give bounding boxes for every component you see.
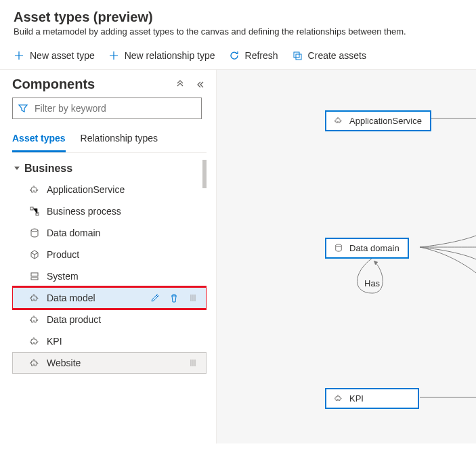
list-item-label: Data domain	[47, 228, 100, 238]
tab-asset-types[interactable]: Asset types	[12, 129, 66, 152]
svg-point-4	[31, 229, 38, 232]
layers-icon	[29, 271, 40, 282]
chevron-down-icon	[14, 165, 20, 172]
puzzle-icon	[29, 358, 40, 368]
canvas-node-data-domain[interactable]: Data domain	[325, 238, 409, 259]
filter-input[interactable]	[12, 98, 202, 119]
list-item-label: Data model	[47, 292, 95, 303]
new-asset-type-label: New asset type	[30, 50, 95, 61]
canvas-node-label: KPI	[349, 393, 364, 404]
svg-rect-5	[31, 273, 38, 276]
group-label: Business	[24, 162, 72, 175]
puzzle-icon	[29, 292, 40, 303]
plus-icon	[108, 50, 119, 61]
create-assets-button[interactable]: Create assets	[292, 49, 366, 62]
copy-icon	[292, 50, 303, 61]
scrollbar[interactable]	[202, 160, 207, 438]
puzzle-icon	[334, 116, 344, 126]
list-item-label: KPI	[47, 336, 62, 347]
cube-icon	[29, 249, 40, 260]
new-relationship-type-button[interactable]: New relationship type	[108, 49, 215, 62]
group-business[interactable]: Business	[12, 160, 207, 179]
list-item-label: Website	[47, 358, 81, 368]
refresh-icon	[229, 50, 240, 61]
refresh-label: Refresh	[245, 50, 278, 61]
svg-rect-2	[30, 207, 33, 210]
filter-field[interactable]	[33, 102, 196, 114]
puzzle-icon	[29, 314, 40, 325]
svg-point-7	[336, 244, 342, 246]
list-item-label: Product	[47, 249, 79, 260]
list-item-label: System	[47, 271, 79, 282]
puzzle-icon	[29, 336, 40, 347]
canvas-node-label: ApplicationService	[349, 116, 422, 126]
tab-relationship-types[interactable]: Relationship types	[81, 129, 158, 152]
plus-icon	[14, 50, 24, 61]
canvas-node-label: Data domain	[349, 243, 399, 253]
metamodel-canvas[interactable]: ApplicationService Data domain Has KPI	[217, 70, 476, 443]
new-relationship-type-label: New relationship type	[125, 50, 215, 61]
svg-rect-0	[294, 52, 299, 58]
database-icon	[334, 244, 344, 253]
canvas-node-applicationservice[interactable]: ApplicationService	[325, 110, 431, 131]
collapse-left-icon[interactable]	[197, 80, 207, 89]
list-item-data-product[interactable]: Data product	[12, 309, 207, 330]
flow-icon	[29, 206, 40, 217]
edit-icon[interactable]	[150, 293, 160, 303]
page-subtitle: Build a metamodel by adding asset types …	[14, 26, 462, 37]
page-title: Asset types (preview)	[14, 9, 462, 25]
filter-icon	[18, 104, 28, 113]
sidebar-tabs: Asset types Relationship types	[12, 129, 207, 153]
svg-rect-1	[296, 54, 301, 60]
list-item-applicationservice[interactable]: ApplicationService	[12, 179, 207, 200]
drag-handle-icon[interactable]	[188, 293, 198, 303]
list-item-data-domain[interactable]: Data domain	[12, 222, 207, 244]
collapse-up-icon[interactable]	[175, 80, 185, 89]
components-heading: Components	[12, 77, 95, 92]
list-item-label: Data product	[47, 314, 101, 325]
svg-rect-6	[31, 278, 38, 280]
command-bar: New asset type New relationship type Ref…	[0, 43, 476, 70]
asset-type-tree: Business ApplicationService Business pro…	[12, 160, 207, 438]
list-item-system[interactable]: System	[12, 265, 207, 287]
list-item-product[interactable]: Product	[12, 244, 207, 265]
create-assets-label: Create assets	[308, 50, 366, 61]
components-panel: Components Asset types Relationship type…	[0, 70, 217, 443]
refresh-button[interactable]: Refresh	[229, 49, 278, 62]
list-item-data-model[interactable]: Data model	[12, 287, 207, 309]
list-item-website[interactable]: Website	[12, 352, 207, 374]
edge-label-has: Has	[364, 278, 380, 288]
list-item-label: Business process	[47, 206, 121, 217]
new-asset-type-button[interactable]: New asset type	[14, 49, 95, 62]
list-item-kpi[interactable]: KPI	[12, 330, 207, 352]
puzzle-icon	[29, 184, 40, 195]
database-icon	[29, 228, 40, 238]
drag-handle-icon[interactable]	[188, 358, 198, 368]
list-item-business-process[interactable]: Business process	[12, 200, 207, 222]
delete-icon[interactable]	[169, 293, 179, 303]
canvas-node-kpi[interactable]: KPI	[325, 388, 419, 409]
list-item-label: ApplicationService	[47, 184, 125, 195]
puzzle-icon	[334, 394, 344, 404]
